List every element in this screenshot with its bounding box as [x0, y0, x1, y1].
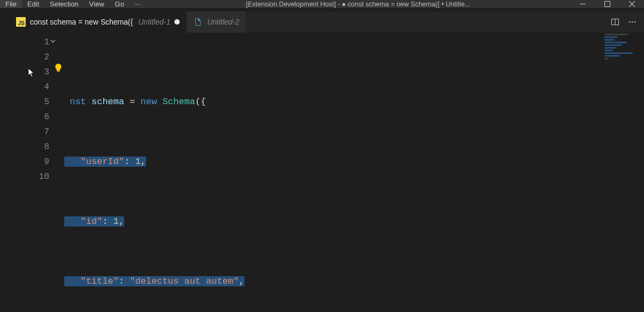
svg-rect-0 — [604, 2, 610, 7]
svg-point-4 — [632, 21, 633, 23]
line-number: 3 — [10, 65, 49, 80]
code-line: → "title":·"delectus·aut·autem", — [64, 274, 321, 289]
client-area: JS const schema = new Schema({ Untitled-… — [0, 8, 644, 312]
window-title: [Extension Development Host] - ● const s… — [146, 1, 570, 8]
tabs-spacer — [246, 11, 603, 33]
editor-body[interactable]: 1 2 3 4 5 6 7 8 9 10 — [10, 33, 644, 312]
line-number: 4 — [10, 80, 49, 95]
line-number: 7 — [10, 124, 49, 139]
menu-go[interactable]: Go — [110, 0, 129, 8]
line-number: 5 — [10, 95, 49, 110]
code-line: nst schema = new Schema({ — [64, 95, 321, 110]
window-controls — [570, 0, 644, 8]
split-editor-button[interactable] — [609, 15, 622, 28]
line-number: 10 — [10, 169, 49, 184]
line-number: 2 — [10, 50, 49, 65]
menu-bar: File Edit Selection View Go ··· — [0, 0, 146, 8]
dirty-indicator-icon — [174, 19, 180, 25]
line-number: 9 — [10, 154, 49, 169]
line-number: 8 — [10, 139, 49, 154]
code-content[interactable]: nst schema = new Schema({ → "userId":·1,… — [53, 33, 321, 312]
editor-group: JS const schema = new Schema({ Untitled-… — [10, 11, 644, 312]
svg-rect-6 — [57, 71, 60, 72]
vscode-window: File Edit Selection View Go ··· [Extensi… — [0, 0, 644, 312]
minimize-button[interactable] — [570, 0, 595, 8]
menu-selection[interactable]: Selection — [44, 0, 83, 8]
more-actions-button[interactable] — [626, 15, 639, 28]
svg-point-5 — [634, 21, 636, 23]
tabs-row: JS const schema = new Schema({ Untitled-… — [10, 11, 644, 33]
lightbulb-icon[interactable] — [53, 33, 63, 43]
menu-edit[interactable]: Edit — [22, 0, 44, 8]
tab-label: const schema = new Schema({ Untitled-1 — [30, 18, 170, 26]
maximize-button[interactable] — [595, 0, 619, 8]
menu-view[interactable]: View — [84, 0, 110, 8]
line-number-gutter: 1 2 3 4 5 6 7 8 9 10 — [10, 33, 53, 312]
minimap[interactable] — [601, 33, 644, 81]
code-line: → "id":·1, — [64, 214, 321, 229]
file-icon — [193, 17, 203, 27]
code-line: → "userId":·1, — [64, 154, 321, 169]
title-bar: File Edit Selection View Go ··· [Extensi… — [0, 0, 644, 8]
close-button[interactable] — [619, 0, 644, 8]
tab-untitled-2[interactable]: Untitled-2 — [187, 11, 246, 33]
menu-file[interactable]: File — [0, 0, 22, 8]
svg-point-3 — [629, 21, 631, 23]
tab-actions — [603, 11, 644, 33]
tab-label: Untitled-2 — [207, 18, 239, 26]
menu-more[interactable]: ··· — [129, 0, 146, 8]
line-number: 6 — [10, 110, 49, 124]
line-number: 1 — [10, 35, 49, 50]
js-icon: JS — [16, 17, 26, 27]
tab-untitled-1[interactable]: JS const schema = new Schema({ Untitled-… — [10, 11, 187, 33]
